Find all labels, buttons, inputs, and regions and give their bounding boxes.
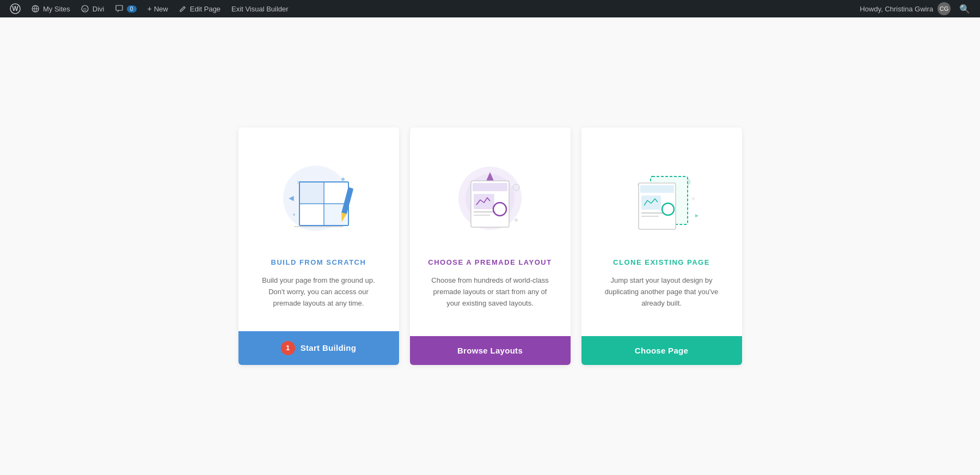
new-label: New [154,5,168,13]
build-from-scratch-card: × ◇ ◄ [238,127,399,364]
my-sites-item[interactable]: My Sites [27,0,75,17]
wp-logo-item[interactable]: W [5,0,25,17]
clone-illustration: ◇ ► × [607,144,716,242]
scratch-illustration: × ◇ ◄ [264,144,373,242]
divi-item[interactable]: D Divi [77,0,109,17]
svg-rect-28 [474,194,494,209]
premade-title: CHOOSE A PREMADE LAYOUT [428,258,552,266]
scratch-desc: Build your page from the ground up. Don'… [255,275,383,309]
premade-layout-card: × [410,127,571,364]
card-body-premade: × [410,127,571,336]
premade-desc: Choose from hundreds of world-class prem… [426,275,554,309]
start-building-label: Start Building [301,343,357,352]
choose-page-label: Choose Page [635,346,688,355]
edit-page-item[interactable]: Edit Page [175,0,225,17]
clone-title: CLONE EXISTING PAGE [613,258,710,266]
scratch-title: BUILD FROM SCRATCH [271,258,366,266]
my-sites-label: My Sites [43,5,70,13]
exit-builder-label: Exit Visual Builder [231,5,289,13]
card-body-clone: ◇ ► × [581,127,742,336]
clone-desc: Jump start your layout design by duplica… [598,275,726,309]
svg-rect-5 [116,5,122,10]
comments-item[interactable]: 0 [111,0,141,17]
clone-page-card: ◇ ► × [581,127,742,364]
howdy-text: Howdy, Christina Gwira [860,5,933,13]
svg-text:►: ► [694,212,700,218]
step-badge: 1 [281,341,295,355]
choose-page-button[interactable]: Choose Page [581,336,742,365]
premade-footer: Browse Layouts [410,336,571,365]
clone-footer: Choose Page [581,336,742,365]
svg-text:◄: ◄ [287,193,296,203]
scratch-footer: 1 Start Building [238,331,399,365]
plus-icon: + [148,4,152,13]
svg-rect-27 [473,183,507,191]
premade-illustration: × [436,144,544,242]
avatar: CG [938,2,951,15]
svg-text:×: × [691,195,695,203]
admin-bar-right: Howdy, Christina Gwira CG 🔍 [860,2,975,15]
admin-bar: W My Sites D Divi 0 + New Edit Page Exit… [0,0,980,17]
divi-label: Divi [93,5,105,13]
browse-layouts-button[interactable]: Browse Layouts [410,336,571,365]
edit-page-label: Edit Page [190,5,220,13]
svg-point-32 [514,218,518,222]
svg-rect-39 [640,185,674,193]
svg-rect-16 [300,182,323,203]
svg-point-24 [513,184,519,191]
start-building-button[interactable]: 1 Start Building [238,331,399,365]
main-content: × ◇ ◄ [0,17,980,475]
browse-layouts-label: Browse Layouts [457,346,523,355]
new-item[interactable]: + New [143,0,173,17]
card-body-scratch: × ◇ ◄ [238,127,399,331]
search-icon[interactable]: 🔍 [955,4,975,14]
svg-text:W: W [12,5,19,13]
svg-point-7 [341,178,345,181]
exit-builder-item[interactable]: Exit Visual Builder [227,0,293,17]
cards-container: × ◇ ◄ [191,127,789,364]
svg-text:D: D [83,7,87,12]
svg-point-8 [293,214,295,216]
comments-count: 0 [127,5,137,13]
